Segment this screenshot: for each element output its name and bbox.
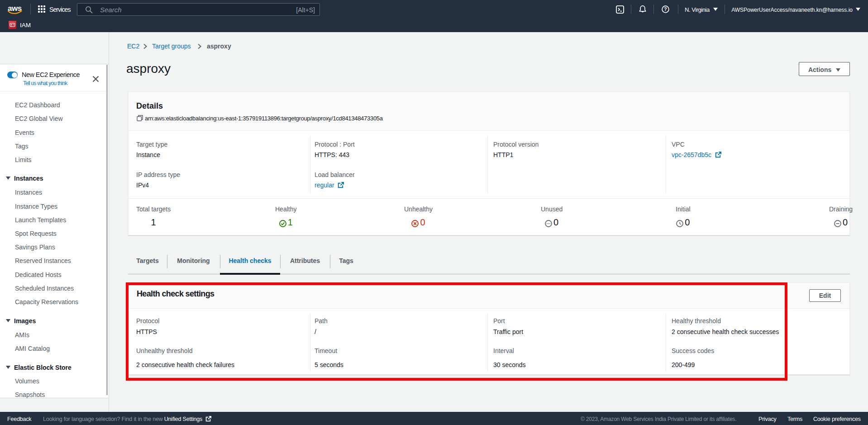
svg-text:?: ? [664, 7, 667, 12]
svg-text:aws: aws [8, 4, 22, 13]
